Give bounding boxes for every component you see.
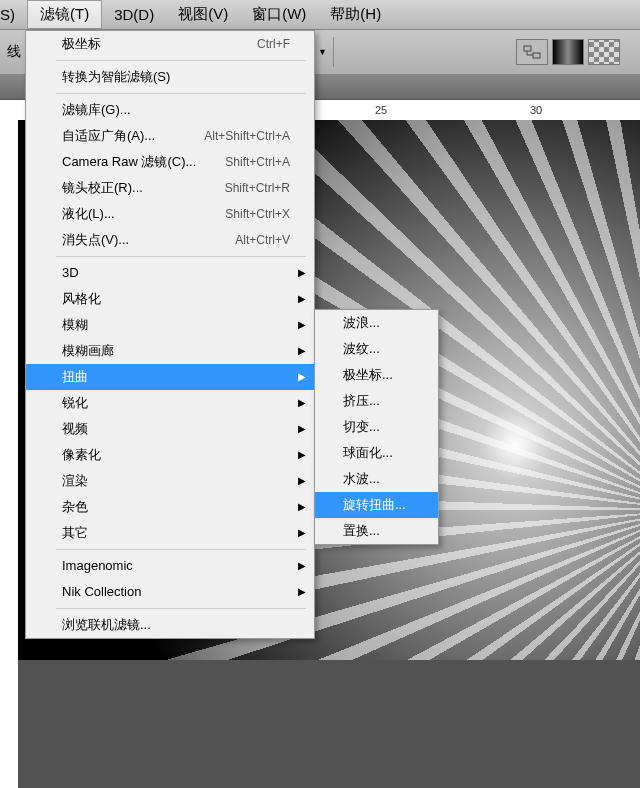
menu-item[interactable]: 模糊▶ xyxy=(26,312,314,338)
submenu-item-label: 波纹... xyxy=(343,340,380,358)
menu-item[interactable]: 转换为智能滤镜(S) xyxy=(26,64,314,90)
menu-shortcut: Alt+Ctrl+V xyxy=(235,231,290,249)
menu-item-label: Nik Collection xyxy=(62,583,141,601)
menu-item[interactable]: 消失点(V)...Alt+Ctrl+V xyxy=(26,227,314,253)
chevron-down-icon[interactable]: ▼ xyxy=(318,47,327,57)
submenu-item[interactable]: 波纹... xyxy=(315,336,438,362)
filter-menu-dropdown: 极坐标Ctrl+F转换为智能滤镜(S)滤镜库(G)...自适应广角(A)...A… xyxy=(25,30,315,639)
menu-item[interactable]: 杂色▶ xyxy=(26,494,314,520)
menu-item-label: 渲染 xyxy=(62,472,88,490)
submenu-item[interactable]: 球面化... xyxy=(315,440,438,466)
menu-item[interactable]: 锐化▶ xyxy=(26,390,314,416)
menu-shortcut: Shift+Ctrl+X xyxy=(225,205,290,223)
submenu-item[interactable]: 波浪... xyxy=(315,310,438,336)
menu-shortcut: Ctrl+F xyxy=(257,35,290,53)
menu-item-label: 液化(L)... xyxy=(62,205,115,223)
submenu-arrow-icon: ▶ xyxy=(298,342,306,360)
submenu-item-label: 水波... xyxy=(343,470,380,488)
menu-item[interactable]: 滤镜库(G)... xyxy=(26,97,314,123)
menu-item-label: 转换为智能滤镜(S) xyxy=(62,68,170,86)
distort-submenu: 波浪...波纹...极坐标...挤压...切变...球面化...水波...旋转扭… xyxy=(314,309,439,545)
menu-item-label: 模糊画廊 xyxy=(62,342,114,360)
menu-item-label: 其它 xyxy=(62,524,88,542)
quickmask-icon[interactable] xyxy=(516,39,548,65)
menu-item[interactable]: Nik Collection▶ xyxy=(26,579,314,605)
menu-separator xyxy=(56,608,306,609)
submenu-item[interactable]: 挤压... xyxy=(315,388,438,414)
menu-item[interactable]: Imagenomic▶ xyxy=(26,553,314,579)
menu-item[interactable]: 自适应广角(A)...Alt+Shift+Ctrl+A xyxy=(26,123,314,149)
checker-preview-icon[interactable] xyxy=(588,39,620,65)
menu-separator xyxy=(56,256,306,257)
menu-shortcut: Shift+Ctrl+A xyxy=(225,153,290,171)
menu-3d[interactable]: 3D(D) xyxy=(102,2,166,27)
submenu-item-label: 旋转扭曲... xyxy=(343,496,406,514)
menu-item[interactable]: 其它▶ xyxy=(26,520,314,546)
menu-window[interactable]: 窗口(W) xyxy=(240,1,318,28)
submenu-arrow-icon: ▶ xyxy=(298,290,306,308)
submenu-arrow-icon: ▶ xyxy=(298,524,306,542)
menu-separator xyxy=(56,549,306,550)
menu-item-label: 视频 xyxy=(62,420,88,438)
submenu-item-label: 切变... xyxy=(343,418,380,436)
menu-item-label: 锐化 xyxy=(62,394,88,412)
menu-item-label: 风格化 xyxy=(62,290,101,308)
submenu-arrow-icon: ▶ xyxy=(298,498,306,516)
submenu-arrow-icon: ▶ xyxy=(298,583,306,601)
menu-item[interactable]: 3D▶ xyxy=(26,260,314,286)
submenu-item-label: 置换... xyxy=(343,522,380,540)
menu-item-label: 极坐标 xyxy=(62,35,101,53)
submenu-arrow-icon: ▶ xyxy=(298,472,306,490)
menu-item-label: 杂色 xyxy=(62,498,88,516)
menu-shortcut: Shift+Ctrl+R xyxy=(225,179,290,197)
submenu-item[interactable]: 切变... xyxy=(315,414,438,440)
menu-item-label: 模糊 xyxy=(62,316,88,334)
menu-item-label: 浏览联机滤镜... xyxy=(62,616,151,634)
menu-item-label: 镜头校正(R)... xyxy=(62,179,143,197)
menu-item-label: Imagenomic xyxy=(62,557,133,575)
menu-item[interactable]: 视频▶ xyxy=(26,416,314,442)
menu-item[interactable]: 像素化▶ xyxy=(26,442,314,468)
submenu-arrow-icon: ▶ xyxy=(298,368,306,386)
menu-item-label: 扭曲 xyxy=(62,368,88,386)
submenu-arrow-icon: ▶ xyxy=(298,446,306,464)
submenu-arrow-icon: ▶ xyxy=(298,557,306,575)
menu-item-label: 自适应广角(A)... xyxy=(62,127,155,145)
submenu-item[interactable]: 旋转扭曲... xyxy=(315,492,438,518)
menu-filter[interactable]: 滤镜(T) xyxy=(27,0,102,29)
menu-item[interactable]: 浏览联机滤镜... xyxy=(26,612,314,638)
submenu-arrow-icon: ▶ xyxy=(298,316,306,334)
menu-separator xyxy=(56,60,306,61)
menu-item[interactable]: 液化(L)...Shift+Ctrl+X xyxy=(26,201,314,227)
toolbar-label: 线 xyxy=(7,43,21,61)
menu-separator xyxy=(56,93,306,94)
menu-help[interactable]: 帮助(H) xyxy=(318,1,393,28)
menu-shortcut: Alt+Shift+Ctrl+A xyxy=(204,127,290,145)
submenu-item-label: 挤压... xyxy=(343,392,380,410)
menu-item[interactable]: 模糊画廊▶ xyxy=(26,338,314,364)
submenu-item[interactable]: 水波... xyxy=(315,466,438,492)
submenu-item[interactable]: 极坐标... xyxy=(315,362,438,388)
ruler-vertical xyxy=(0,120,18,788)
menu-item[interactable]: 渲染▶ xyxy=(26,468,314,494)
svg-rect-1 xyxy=(533,53,540,58)
toolbar-separator xyxy=(333,37,334,67)
menu-item[interactable]: Camera Raw 滤镜(C)...Shift+Ctrl+A xyxy=(26,149,314,175)
submenu-item[interactable]: 置换... xyxy=(315,518,438,544)
menu-item[interactable]: 镜头校正(R)...Shift+Ctrl+R xyxy=(26,175,314,201)
submenu-item-label: 球面化... xyxy=(343,444,393,462)
menu-item[interactable]: 扭曲▶ xyxy=(26,364,314,390)
gradient-preview-icon[interactable] xyxy=(552,39,584,65)
menu-item[interactable]: 极坐标Ctrl+F xyxy=(26,31,314,57)
submenu-arrow-icon: ▶ xyxy=(298,264,306,282)
menu-item-label: 3D xyxy=(62,264,79,282)
ruler-tick: 25 xyxy=(375,104,387,116)
submenu-item-label: 极坐标... xyxy=(343,366,393,384)
menubar: S) 滤镜(T) 3D(D) 视图(V) 窗口(W) 帮助(H) xyxy=(0,0,640,30)
menu-prev[interactable]: S) xyxy=(0,2,27,27)
menu-item[interactable]: 风格化▶ xyxy=(26,286,314,312)
submenu-item-label: 波浪... xyxy=(343,314,380,332)
menu-item-label: Camera Raw 滤镜(C)... xyxy=(62,153,196,171)
ruler-tick: 30 xyxy=(530,104,542,116)
menu-view[interactable]: 视图(V) xyxy=(166,1,240,28)
